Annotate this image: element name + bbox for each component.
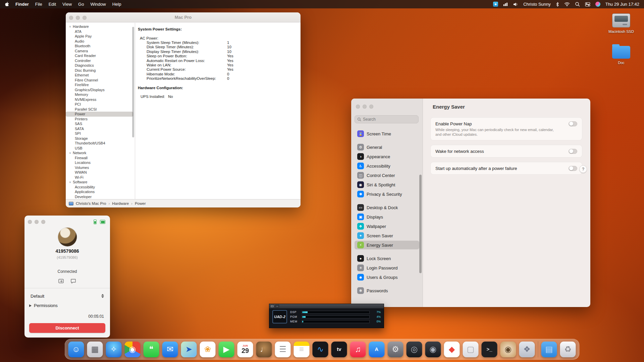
tree-item[interactable]: ∨ Applications [66,189,135,194]
volume-icon[interactable] [513,2,518,7]
tree-item[interactable]: ∨ Power [66,112,133,117]
file-transfer-icon[interactable] [58,279,64,284]
menu-item[interactable]: Edit [49,2,56,7]
toggle-switch[interactable] [569,166,577,171]
dock-item[interactable]: JUN 29 [237,342,253,357]
dock-item[interactable]: ◉ [500,342,516,357]
uad-titlebar[interactable]: ✕ – [269,304,384,308]
settings-sidebar-item[interactable]: ◫ Control Center [355,171,419,180]
dock-item[interactable]: ≡ [294,342,310,357]
zoom-button[interactable] [41,220,45,224]
tree-item[interactable]: ∨ Disc Burning [66,68,135,73]
tree-item[interactable]: ∨ WWAN [66,170,135,175]
dock-item[interactable]: ❖ [519,342,535,357]
settings-sidebar-item[interactable]: ♿ Accessibility [355,162,419,170]
settings-sidebar-scrollbar[interactable] [419,175,422,273]
settings-sidebar-item[interactable]: ▭ Desktop & Dock [355,203,419,212]
tree-item[interactable]: ∨ USB [66,146,135,151]
disclosure-chevron-icon[interactable]: ∨ [69,152,73,155]
dock-item[interactable]: ♫ [350,342,366,357]
zoom-button[interactable] [369,105,373,109]
menu-item[interactable]: Help [112,2,121,7]
zoom-button[interactable] [83,16,87,20]
dock-item[interactable]: ◆ [444,342,460,357]
tree-item[interactable]: ∨ Memory [66,92,135,97]
settings-sidebar-item[interactable]: ▣ Displays [355,213,419,221]
tree-item[interactable]: ∨ Controller [66,58,135,63]
settings-sidebar-item[interactable]: ☻ Users & Groups [355,273,419,282]
help-button[interactable]: ? [579,165,587,173]
tree-item[interactable]: ∨ Diagnostics [66,63,135,68]
tree-item[interactable]: ∨ FireWire [66,82,135,87]
permission-profile-select[interactable]: Default [28,291,107,301]
disclosure-chevron-icon[interactable]: ∨ [69,181,73,184]
desktop-icon[interactable]: Doc [612,44,630,65]
dock-item[interactable]: A [369,342,385,357]
close-button[interactable] [69,16,73,20]
user-switcher[interactable]: Christo Sunny [523,2,551,7]
settings-sidebar-item[interactable]: ● Lock Screen [355,254,419,263]
menu-item[interactable]: Window [90,2,106,7]
dock-item[interactable]: ♻ [560,342,576,357]
minimize-button[interactable] [35,220,39,224]
dock-item[interactable]: ♩ [256,342,272,357]
tree-item[interactable]: ∨ Network [66,150,135,156]
tree-item[interactable]: ∨ Locations [66,160,135,165]
dock-item[interactable] [538,341,538,357]
tree-item[interactable]: ∨ Developer [66,194,135,199]
dock-item[interactable]: ☺ [68,342,84,357]
stats-icon[interactable] [503,2,508,6]
search-input[interactable] [363,117,416,122]
disconnect-button[interactable]: Disconnect [29,323,105,333]
spotlight-search-icon[interactable] [575,2,580,7]
dock-item[interactable]: ▦ [87,342,103,357]
menu-item[interactable]: View [62,2,72,7]
toggle-switch[interactable] [569,121,577,126]
dock-item[interactable]: ✧ [106,342,122,357]
dock-item[interactable]: ▶ [219,342,234,357]
minimize-button[interactable]: – [275,305,279,308]
permissions-disclosure[interactable]: Permissions [29,303,58,308]
control-center-icon[interactable] [585,2,590,7]
minimize-button[interactable] [363,105,367,109]
apple-menu-icon[interactable] [5,2,9,7]
tree-item[interactable]: ∨ Camera [66,49,135,54]
tree-item[interactable]: ∨ ATA [66,29,135,34]
dock-item[interactable]: ⚙ [388,342,404,357]
settings-sidebar-item[interactable]: ◑ Appearance [355,152,419,161]
tree-item[interactable]: ∨ Accessibility [66,185,135,190]
dock-item[interactable]: ▢ [463,342,479,357]
disclosure-chevron-icon[interactable]: ∨ [69,25,73,28]
dock-item[interactable]: ➤ [181,342,197,357]
settings-sidebar-item[interactable]: ✳ Login Password [355,263,419,272]
tree-item[interactable]: ∨ Software [66,180,135,185]
tree-item[interactable]: ∨ SATA [66,126,135,131]
desktop-icon[interactable]: Macintosh SSD [608,13,634,34]
chat-icon[interactable] [70,279,76,284]
dock-item[interactable]: ◎ [407,342,422,357]
dock-item[interactable]: ▤ [541,342,557,357]
remote-monitor-icon[interactable] [100,220,105,224]
tree-item[interactable]: ∨ SPI [66,131,135,136]
dock-item[interactable]: ☰ [275,342,291,357]
settings-sidebar-item[interactable]: ⚡ Energy Saver [355,241,419,249]
tree-item[interactable]: ∨ Thunderbolt/USB4 [66,141,135,146]
tree-item[interactable]: ∨ Parallel SCSI [66,107,135,112]
tree-item[interactable]: ∨ Hardware [66,24,135,29]
tree-item[interactable]: ∨ NVMExpress [66,97,135,102]
tree-item[interactable]: ∨ SAS [66,121,135,126]
close-button[interactable] [356,105,360,109]
settings-sidebar-item[interactable]: ✻ Passwords [355,286,419,295]
tree-item[interactable]: ∨ Bluetooth [66,44,135,49]
tree-item[interactable]: ∨ Ethernet [66,73,135,78]
siri-icon[interactable] [595,2,600,7]
settings-sidebar-item[interactable]: ✱ Privacy & Security [355,190,419,198]
dock-item[interactable]: ❝ [144,342,159,357]
tree-item[interactable]: ∨ Storage [66,136,135,141]
anydesk-status-icon[interactable]: ◆ [493,2,498,7]
close-button[interactable]: ✕ [270,305,274,308]
close-button[interactable] [28,220,32,224]
tree-item[interactable]: ∨ PCI [66,102,135,107]
active-app-name[interactable]: Finder [15,2,29,7]
tree-item[interactable]: ∨ Card Reader [66,53,135,58]
